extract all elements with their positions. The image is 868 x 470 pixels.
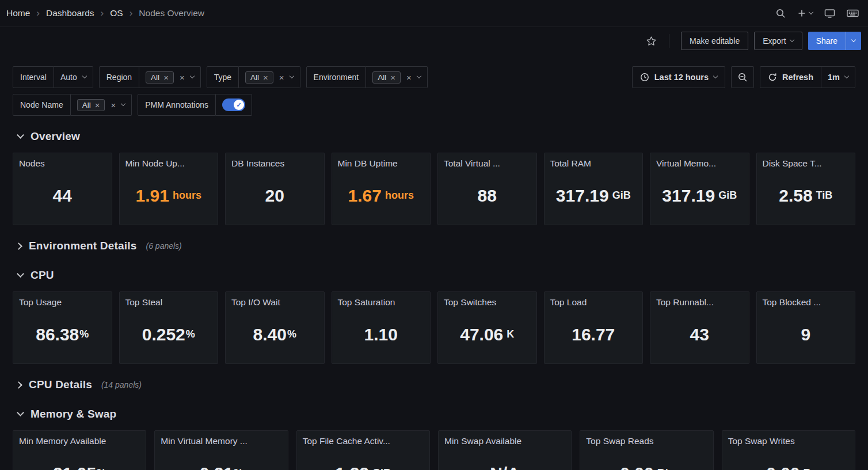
search-icon bbox=[775, 8, 786, 18]
type-select[interactable]: All × × bbox=[239, 66, 300, 88]
panel-value-number: 20 bbox=[265, 186, 284, 206]
section-memory-swap[interactable]: Memory & Swap bbox=[13, 405, 855, 423]
stat-panel-top-load: Top Load16.77 bbox=[544, 291, 644, 364]
clear-icon[interactable]: × bbox=[180, 73, 185, 82]
panel-title[interactable]: Top Usage bbox=[13, 292, 112, 308]
add-new-button[interactable] bbox=[797, 9, 813, 18]
type-chip-all[interactable]: All × bbox=[245, 71, 273, 84]
refresh-button[interactable]: Refresh bbox=[760, 67, 821, 88]
panel-value: 1.32GiB bbox=[297, 446, 429, 470]
breadcrumb-dashboards[interactable]: Dashboards bbox=[46, 8, 94, 18]
panel-value-number: 1.91 bbox=[136, 186, 169, 206]
plus-icon bbox=[797, 9, 806, 18]
zoom-out-time-button[interactable] bbox=[731, 66, 754, 88]
panel-value: 317.19GiB bbox=[545, 169, 643, 225]
section-overview[interactable]: Overview bbox=[13, 128, 855, 145]
remove-icon[interactable]: × bbox=[95, 101, 100, 109]
chevron-down-icon[interactable] bbox=[121, 101, 125, 106]
search-button[interactable] bbox=[775, 8, 786, 18]
stat-panel-db-instances: DB Instances20 bbox=[225, 153, 325, 225]
panel-title[interactable]: Top Saturation bbox=[332, 292, 431, 308]
clear-icon[interactable]: × bbox=[111, 101, 116, 109]
top-navigation: Home › Dashboards › OS › Nodes Overview bbox=[0, 0, 868, 27]
panel-value-number: 8.40 bbox=[253, 325, 287, 344]
panel-title[interactable]: Top Steal bbox=[120, 292, 218, 308]
breadcrumb-os[interactable]: OS bbox=[110, 8, 123, 18]
interval-value: Auto bbox=[60, 73, 77, 82]
section-title: CPU Details bbox=[29, 378, 92, 391]
zoom-out-icon bbox=[737, 72, 748, 82]
panel-title[interactable]: Top Runnabl... bbox=[650, 292, 749, 308]
chip-label: All bbox=[82, 101, 91, 109]
time-range-picker[interactable]: Last 12 hours bbox=[632, 66, 725, 88]
share-dropdown-button[interactable] bbox=[846, 32, 861, 50]
cpu-panels-row: Top Usage86.38%Top Steal0.252%Top I/O Wa… bbox=[13, 291, 855, 364]
panel-title[interactable]: Total RAM bbox=[545, 153, 643, 169]
panel-title[interactable]: Total Virtual ... bbox=[438, 153, 536, 169]
keyboard-shortcuts-button[interactable] bbox=[847, 9, 859, 18]
panel-title[interactable]: Virtual Memo... bbox=[650, 153, 749, 169]
panel-value: N/A bbox=[439, 446, 571, 470]
panel-title[interactable]: Top Blocked ... bbox=[757, 292, 855, 308]
panel-title[interactable]: Min Memory Available bbox=[13, 431, 146, 446]
panel-value-number: 2.58 bbox=[779, 186, 812, 206]
panel-value-number: 1.67 bbox=[348, 186, 382, 206]
variable-filters: Interval Auto Region All × × Typ bbox=[13, 66, 428, 88]
panel-value-number: 88 bbox=[478, 186, 497, 206]
chevron-down-icon[interactable] bbox=[416, 74, 421, 78]
section-environment-details[interactable]: Environment Details (6 panels) bbox=[13, 237, 855, 255]
panel-title[interactable]: Top Swap Writes bbox=[722, 431, 855, 446]
monitor-button[interactable] bbox=[824, 9, 835, 18]
refresh-interval-dropdown[interactable]: 1m bbox=[821, 67, 855, 88]
stat-panel-total-virtual: Total Virtual ...88 bbox=[437, 153, 537, 225]
chevron-down-icon[interactable] bbox=[189, 74, 194, 78]
panel-title[interactable]: Top I/O Wait bbox=[226, 292, 324, 308]
breadcrumb-home[interactable]: Home bbox=[6, 8, 30, 18]
panel-title[interactable]: Min Virtual Memory ... bbox=[155, 431, 287, 446]
clear-icon[interactable]: × bbox=[406, 73, 412, 82]
node-name-chip-all[interactable]: All × bbox=[77, 99, 105, 111]
node-name-select[interactable]: All × × bbox=[71, 94, 132, 116]
clear-icon[interactable]: × bbox=[279, 73, 284, 82]
remove-icon[interactable]: × bbox=[390, 73, 395, 82]
make-editable-button[interactable]: Make editable bbox=[681, 32, 748, 50]
refresh-interval-value: 1m bbox=[828, 73, 840, 82]
section-panel-count: (14 panels) bbox=[101, 380, 142, 389]
environment-select[interactable]: All × × bbox=[366, 66, 428, 88]
panel-title[interactable]: Top Load bbox=[545, 292, 643, 308]
panel-title[interactable]: Top File Cache Activ... bbox=[297, 431, 429, 446]
section-cpu-details[interactable]: CPU Details (14 panels) bbox=[13, 376, 855, 393]
time-controls: Last 12 hours Refresh 1m bbox=[632, 66, 855, 88]
remove-icon[interactable]: × bbox=[163, 73, 169, 82]
environment-chip-all[interactable]: All × bbox=[372, 71, 401, 84]
export-label: Export bbox=[763, 36, 786, 46]
panel-title[interactable]: Min Swap Available bbox=[439, 431, 571, 446]
time-range-label: Last 12 hours bbox=[654, 73, 709, 82]
panel-value: 0.21% bbox=[155, 446, 287, 470]
interval-select[interactable]: Auto bbox=[54, 66, 93, 88]
export-button[interactable]: Export bbox=[754, 32, 802, 50]
panel-title[interactable]: Nodes bbox=[13, 153, 112, 169]
star-dashboard-button[interactable] bbox=[645, 35, 657, 47]
chevron-right-icon bbox=[15, 381, 22, 389]
toggle-knob: ✓ bbox=[234, 100, 244, 110]
chevron-down-icon[interactable] bbox=[289, 74, 294, 78]
panel-value: 1.91hours bbox=[120, 169, 218, 225]
remove-icon[interactable]: × bbox=[263, 73, 268, 82]
panel-title[interactable]: Disk Space T... bbox=[757, 153, 855, 169]
region-chip-all[interactable]: All × bbox=[146, 71, 174, 84]
panel-title[interactable]: Top Switches bbox=[438, 292, 536, 308]
panel-title[interactable]: DB Instances bbox=[226, 153, 324, 169]
panel-title[interactable]: Min Node Up... bbox=[120, 153, 218, 169]
panel-value: 1.67hours bbox=[332, 169, 431, 225]
panel-title[interactable]: Top Swap Reads bbox=[580, 431, 713, 446]
panel-value: 43 bbox=[650, 308, 749, 363]
share-button[interactable]: Share bbox=[808, 32, 846, 50]
section-cpu[interactable]: CPU bbox=[13, 267, 855, 284]
panel-title[interactable]: Min DB Uptime bbox=[332, 153, 431, 169]
section-title: Environment Details bbox=[29, 240, 137, 252]
check-icon: ✓ bbox=[236, 101, 241, 109]
pmm-annotations-toggle[interactable]: ✓ bbox=[222, 98, 245, 111]
region-select[interactable]: All × × bbox=[139, 66, 201, 88]
panel-value-number: 0.21 bbox=[200, 464, 233, 470]
